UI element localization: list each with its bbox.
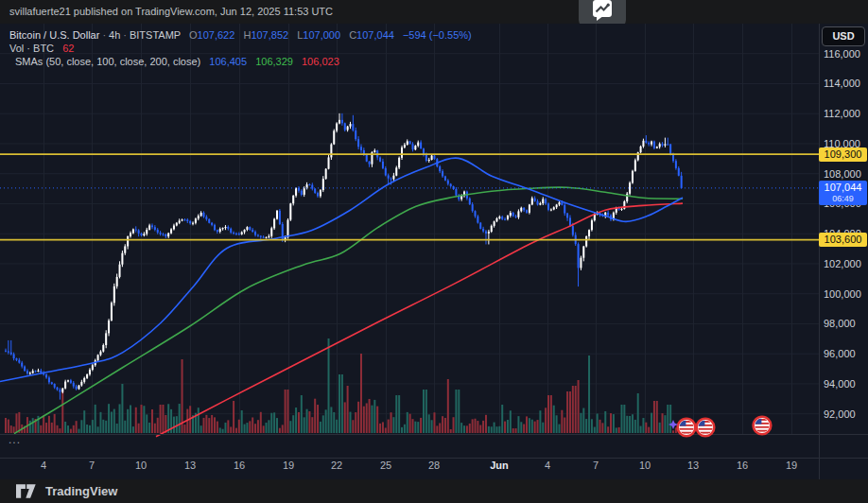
price-axis-label: 108,000 xyxy=(824,167,867,181)
exchange-label: BITSTAMP xyxy=(130,29,181,41)
tradingview-published-chart: { "top_bar": { "text": "svillafuerte21 p… xyxy=(0,0,868,503)
price-axis-label: 96,000 xyxy=(824,347,867,360)
tradingview-logo-text[interactable]: TradingView xyxy=(45,484,117,498)
time-axis-label: 7 xyxy=(89,460,95,471)
time-axis-label: Jun xyxy=(490,460,509,471)
time-axis-label: 4 xyxy=(545,460,550,471)
price-axis-label: 112,000 xyxy=(824,107,867,120)
time-axis-label: 22 xyxy=(331,460,342,471)
time-axis-label: 19 xyxy=(786,460,797,471)
symbol-legend-row[interactable]: Bitcoin / U.S. Dollar·4h·BITSTAMP O107,6… xyxy=(9,28,472,42)
sma-legend-row[interactable]: SMAs (50, close, 100, close, 200, close)… xyxy=(9,55,472,68)
price-axis-label: 102,000 xyxy=(824,257,867,270)
price-axis-label: 98,000 xyxy=(824,317,867,330)
price-axis[interactable]: USD 116,000114,000112,000110,000108,0001… xyxy=(819,24,868,479)
low-value: 107,000 xyxy=(303,29,340,41)
time-axis-label: 16 xyxy=(234,460,245,471)
volume-label: Vol · BTC xyxy=(9,43,54,54)
close-value: 107,044 xyxy=(356,29,394,41)
chart-widget: 4710131619222528Jun4710131619 Bitcoin / … xyxy=(0,24,868,479)
price-axis-label: 100,000 xyxy=(824,287,867,301)
footer-bar: TradingView xyxy=(0,479,868,503)
main-chart-canvas[interactable]: 4710131619222528Jun4710131619 xyxy=(0,24,868,479)
time-axis-label: 7 xyxy=(593,460,599,471)
interval-label: 4h xyxy=(109,29,120,41)
last-price-tag[interactable]: 107,044 06:49 xyxy=(819,181,867,205)
volume-legend-row[interactable]: Vol · BTC 62 xyxy=(9,42,472,55)
time-axis-label: 13 xyxy=(687,460,699,471)
sma-label: SMAs (50, close, 100, close, 200, close) xyxy=(15,56,200,67)
volume-value: 62 xyxy=(62,43,74,54)
sma100-value: 106,329 xyxy=(255,56,293,67)
tradingview-logo-icon xyxy=(16,484,40,498)
symbol-title: Bitcoin / U.S. Dollar xyxy=(9,29,99,41)
collapsed-pane-menu-button[interactable]: ... xyxy=(9,434,31,449)
price-axis-label: 116,000 xyxy=(824,47,867,61)
publish-info-bar: svillafuerte21 published on TradingView.… xyxy=(0,0,868,24)
high-value: 107,852 xyxy=(251,29,288,41)
resistance-price-tag[interactable]: 109,300 xyxy=(819,147,867,162)
chart-legend: Bitcoin / U.S. Dollar·4h·BITSTAMP O107,6… xyxy=(9,28,472,68)
time-axis-label: 28 xyxy=(428,460,440,471)
time-axis-label: 10 xyxy=(639,460,651,471)
tradingview-stamp-icon xyxy=(591,0,614,26)
time-axis-label: 19 xyxy=(283,460,294,471)
price-axis-label: 92,000 xyxy=(824,408,867,421)
time-axis-label: 10 xyxy=(135,460,147,471)
us-flag-sticker[interactable] xyxy=(754,417,772,435)
time-axis-label: 13 xyxy=(184,460,196,471)
currency-toggle-button[interactable]: USD xyxy=(822,26,865,46)
us-flag-sticker[interactable] xyxy=(697,419,715,437)
bar-countdown: 06:49 xyxy=(819,194,867,203)
price-axis-label: 114,000 xyxy=(824,77,867,90)
time-axis-label: 16 xyxy=(737,460,748,471)
time-axis-label: 4 xyxy=(41,460,46,471)
time-axis-label: 25 xyxy=(380,460,391,471)
open-value: 107,622 xyxy=(198,29,235,41)
last-price-value: 107,044 xyxy=(819,181,867,194)
support-price-tag[interactable]: 103,600 xyxy=(819,233,867,247)
us-flag-sticker[interactable] xyxy=(678,419,696,437)
sma200-value: 106,023 xyxy=(302,56,339,67)
publish-info-text: svillafuerte21 published on TradingView.… xyxy=(9,6,333,17)
price-axis-label: 94,000 xyxy=(824,377,867,390)
sma50-value: 106,405 xyxy=(209,56,247,67)
change-value: −594 (−0.55%) xyxy=(403,29,472,41)
